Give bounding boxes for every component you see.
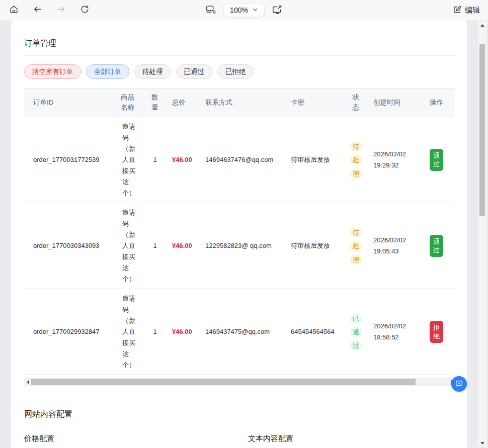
chat-bubble-icon — [455, 379, 463, 389]
scroll-left-arrow[interactable] — [24, 378, 31, 386]
text-config-section: 文本内容配置 — [248, 434, 456, 448]
edit-pencil-icon — [453, 5, 462, 16]
order-filter-bar: 清空所有订单 全部订单 待处理 已通过 已拒绝 — [24, 64, 456, 79]
config-sections: 价格配置 文本内容配置 — [24, 434, 456, 448]
order-row: order_1770030343093 邀请码（新人直接买这个） 1 ¥46.0… — [24, 203, 455, 289]
horizontal-scrollbar[interactable] — [24, 378, 456, 386]
total: ¥46.00 — [166, 203, 199, 289]
browser-toolbar: 0 100% — [0, 0, 488, 20]
table-header-row: 订单ID 商品名称 数量 总价 联系方式 卡密 状态 创建时间 操作 — [24, 88, 455, 117]
price-config-section: 价格配置 — [24, 434, 232, 448]
console-button[interactable]: 0 — [204, 3, 217, 18]
order-row: order_1770031772539 邀请码（新人直接买这个） 1 ¥46.0… — [24, 117, 455, 203]
total: ¥46.00 — [166, 289, 199, 375]
orders-table: 订单ID 商品名称 数量 总价 联系方式 卡密 状态 创建时间 操作 order… — [24, 88, 455, 375]
triangle-up-icon — [480, 24, 484, 27]
horizontal-scroll-thumb[interactable] — [31, 379, 416, 385]
col-total: 总价 — [166, 88, 199, 117]
product: 邀请码（新人直接买这个） — [115, 289, 144, 375]
preview-viewport: 订单管理 清空所有订单 全部订单 待处理 已通过 已拒绝 订单ID 商品名称 数… — [0, 20, 488, 448]
triangle-down-icon — [480, 442, 484, 444]
forward-arrow-icon — [56, 5, 66, 16]
status-badge: 已通过 — [350, 314, 362, 350]
svg-text:0: 0 — [213, 10, 216, 15]
col-actions: 操作 — [418, 88, 455, 117]
edit-button-label: 编辑 — [465, 6, 480, 15]
order-row: order_1770029932847 邀请码（新人直接买这个） 1 ¥46.0… — [24, 289, 455, 375]
refresh-icon — [80, 5, 90, 16]
page-card: 订单管理 清空所有订单 全部订单 待处理 已通过 已拒绝 订单ID 商品名称 数… — [11, 20, 467, 448]
col-created-at: 创建时间 — [367, 88, 418, 117]
created-at: 2026/02/02 19:05:43 — [367, 203, 418, 289]
triangle-left-icon — [27, 380, 29, 384]
vertical-scroll-thumb[interactable] — [479, 44, 485, 216]
approve-button[interactable]: 通过 — [430, 235, 443, 257]
col-product: 商品名称 — [115, 88, 144, 117]
scroll-down-arrow[interactable] — [478, 439, 486, 447]
open-in-new-window-icon — [272, 4, 283, 17]
horizontal-scroll-track[interactable] — [31, 379, 449, 385]
back-arrow-icon — [33, 5, 42, 16]
refresh-button[interactable] — [79, 4, 91, 17]
filter-rejected[interactable]: 已拒绝 — [217, 64, 254, 79]
col-card-key: 卡密 — [285, 88, 344, 117]
contact: 1469437475@qq.com — [199, 289, 285, 375]
contact: 1229582823@ qq.com — [199, 203, 285, 289]
order-id: order_1770031772539 — [24, 117, 115, 203]
chevron-down-icon — [252, 6, 258, 14]
product: 邀请码（新人直接买这个） — [115, 117, 144, 203]
card-key: 645454564564 — [285, 289, 344, 375]
nav-controls — [8, 4, 91, 17]
col-order-id: 订单ID — [24, 88, 115, 117]
card-key: 待审核后发放 — [285, 117, 344, 203]
filter-pending[interactable]: 待处理 — [134, 64, 171, 79]
created-at: 2026/02/02 19:29:32 — [367, 117, 418, 203]
filter-approved[interactable]: 已通过 — [176, 64, 213, 79]
zoom-level-dropdown[interactable]: 100% — [223, 3, 265, 17]
col-contact: 联系方式 — [199, 88, 285, 117]
home-button[interactable] — [8, 4, 20, 17]
col-status: 状态 — [344, 88, 367, 117]
reject-button[interactable]: 拒绝 — [430, 321, 443, 343]
filter-all-orders[interactable]: 全部订单 — [86, 64, 129, 79]
product: 邀请码（新人直接买这个） — [115, 203, 144, 289]
site-config-title: 网站内容配置 — [24, 409, 456, 420]
forward-button[interactable] — [55, 4, 67, 17]
orders-table-wrapper: 订单ID 商品名称 数量 总价 联系方式 卡密 状态 创建时间 操作 order… — [24, 88, 456, 375]
quantity: 1 — [144, 203, 166, 289]
quantity: 1 — [144, 289, 166, 375]
quantity: 1 — [144, 117, 166, 203]
scroll-up-arrow[interactable] — [478, 21, 486, 29]
order-id: order_1770029932847 — [24, 289, 115, 375]
approve-button[interactable]: 通过 — [430, 149, 443, 171]
vertical-scrollbar[interactable] — [478, 21, 486, 447]
open-in-new-window-button[interactable] — [271, 3, 284, 18]
toolbar-right: 编辑 — [453, 5, 480, 16]
col-quantity: 数量 — [144, 88, 166, 117]
device-console-icon: 0 — [205, 4, 216, 17]
edit-button[interactable]: 编辑 — [453, 5, 480, 16]
total: ¥46.00 — [166, 117, 199, 203]
text-config-title: 文本内容配置 — [248, 434, 456, 448]
card-key: 待审核后发放 — [285, 203, 344, 289]
order-id: order_1770030343093 — [24, 203, 115, 289]
preview-controls: 0 100% — [204, 0, 284, 20]
back-button[interactable] — [32, 4, 43, 17]
status-badge: 待处理 — [350, 142, 362, 178]
clear-all-orders-button[interactable]: 清空所有订单 — [24, 64, 81, 79]
price-config-title: 价格配置 — [24, 434, 232, 448]
contact: 14694637476@qq.com — [199, 117, 285, 203]
home-icon — [9, 5, 19, 16]
created-at: 2026/02/02 18:58:52 — [367, 289, 418, 375]
status-badge: 待处理 — [350, 228, 362, 264]
chat-fab-button[interactable] — [451, 376, 467, 392]
zoom-level-value: 100% — [230, 6, 248, 14]
title-divider — [24, 55, 456, 56]
orders-page-title: 订单管理 — [24, 20, 456, 49]
